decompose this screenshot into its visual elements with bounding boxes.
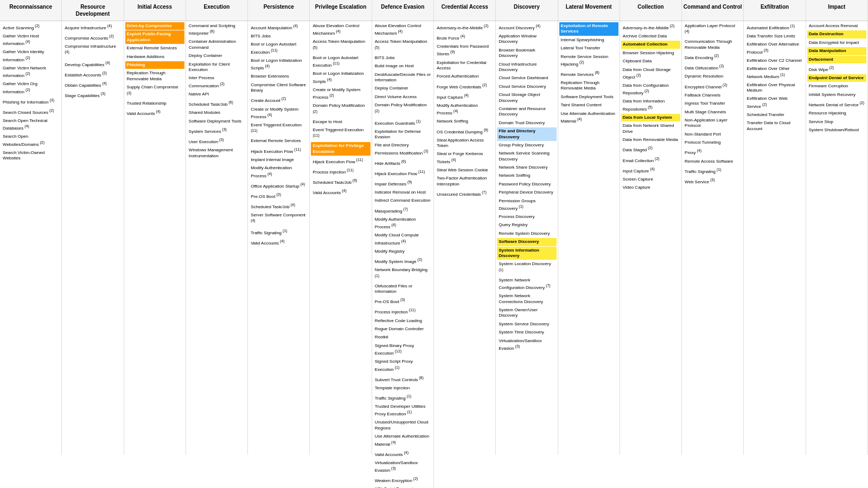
technique-item[interactable]: Communication Through Removable Media xyxy=(683,38,742,52)
technique-item[interactable]: Data Destruction xyxy=(807,30,866,38)
technique-item[interactable]: Remote Service Session Hijacking (2) xyxy=(559,53,618,68)
technique-item[interactable]: Network Service Scanning Discovery xyxy=(497,150,556,163)
technique-item[interactable]: Indicator Removal on Host xyxy=(373,189,432,196)
technique-item[interactable]: Windows Management Instrumentation xyxy=(187,146,246,160)
technique-item[interactable]: Create Account (2) xyxy=(249,95,308,105)
technique-item[interactable]: Access Token Manipulation (5) xyxy=(373,38,432,53)
technique-item[interactable]: Data from Local System xyxy=(621,114,680,121)
technique-item[interactable]: Scheduled Task/Job (6) xyxy=(187,99,246,108)
technique-item[interactable]: Multi Stage Channels xyxy=(683,108,742,116)
technique-item[interactable]: Application Layer Protocol (4) xyxy=(683,22,742,37)
technique-item[interactable]: Signed Script Proxy Execution (1) xyxy=(373,358,432,373)
technique-item[interactable]: Obtain Capabilities (4) xyxy=(63,80,122,89)
technique-item[interactable]: Browser Extensions xyxy=(249,73,308,80)
technique-item[interactable]: BITS Jobs xyxy=(249,33,308,40)
technique-item[interactable]: Data Obfuscation (2) xyxy=(683,62,742,72)
technique-item[interactable]: Traffic Signaling (1) xyxy=(683,166,742,176)
technique-item[interactable]: Transfer Data to Cloud Account xyxy=(745,119,804,133)
technique-item[interactable]: Network Sniffing xyxy=(497,172,556,179)
technique-item[interactable]: Deploy Container xyxy=(187,52,246,60)
technique-item[interactable]: External Remote Services xyxy=(125,44,184,52)
technique-item[interactable]: Template Injection xyxy=(373,384,432,392)
technique-item[interactable]: Search Victim-Owned Websites xyxy=(1,149,60,163)
technique-item[interactable]: Credentials from Password Stores (9) xyxy=(435,43,494,58)
technique-item[interactable]: Data Encoding (2) xyxy=(683,52,742,62)
technique-item[interactable]: Data from Network Shared Drive xyxy=(621,122,680,136)
technique-item[interactable]: Exfiltration Over Alternative Protocol (… xyxy=(745,41,804,56)
technique-item[interactable]: Automated Collection xyxy=(621,41,680,48)
technique-item[interactable]: Service Stop xyxy=(807,118,866,126)
technique-item[interactable]: Access Token Manipulation (5) xyxy=(311,38,370,53)
technique-item[interactable]: Weaken Encryption (2) xyxy=(373,475,432,485)
technique-item[interactable]: Direct Volume Access xyxy=(373,93,432,101)
technique-item[interactable]: Query Registry xyxy=(497,221,556,229)
technique-item[interactable]: Disk Wipe (2) xyxy=(807,64,866,74)
technique-item[interactable]: Proxy (4) xyxy=(683,147,742,157)
technique-item[interactable]: Valid Accounts (4) xyxy=(249,237,308,247)
technique-item[interactable]: Obfuscated Files or Information xyxy=(373,282,432,296)
technique-item[interactable]: Replication Through Removable Media xyxy=(125,69,184,83)
technique-item[interactable]: Implant Internal Image xyxy=(249,156,308,164)
technique-item[interactable]: System Location Discovery (1) xyxy=(497,260,556,275)
technique-item[interactable]: Adversary-in-the-Middle (2) xyxy=(621,22,680,32)
technique-item[interactable]: Lateral Tool Transfer xyxy=(559,44,618,52)
technique-item[interactable]: System Network Configuration Discovery (… xyxy=(497,277,556,292)
technique-item[interactable]: Exfiltration Over Web Service (2) xyxy=(745,95,804,110)
technique-item[interactable]: Native API xyxy=(187,91,246,98)
technique-item[interactable]: System Network Connections Discovery xyxy=(497,292,556,306)
technique-item[interactable]: Shared Modules xyxy=(187,109,246,117)
technique-item[interactable]: Domain Trust Discovery xyxy=(497,119,556,127)
technique-item[interactable]: Process Discovery xyxy=(497,213,556,221)
technique-item[interactable]: Unsecured Credentials (7) xyxy=(435,189,494,198)
technique-item[interactable]: Boot or Logon Autostart Execution (11) xyxy=(249,41,308,56)
technique-item[interactable]: Gather Victim Identity Information (2) xyxy=(1,48,60,63)
technique-item[interactable]: Pre-OS Boot (3) xyxy=(249,191,308,201)
technique-item[interactable]: Archive Collected Data xyxy=(621,33,680,40)
technique-item[interactable]: Process Injection (11) xyxy=(311,166,370,176)
technique-item[interactable]: Cloud Storage Object Discovery xyxy=(497,91,556,105)
technique-item[interactable]: Hijack Execution Flow (11) xyxy=(311,156,370,166)
technique-item[interactable]: Hide Artifacts (6) xyxy=(373,158,432,168)
technique-item[interactable]: Adversary-in-the-Middle (2) xyxy=(435,22,494,32)
technique-item[interactable]: File and Directory Permissions Modificat… xyxy=(373,142,432,157)
technique-item[interactable]: Supply Chain Compromise (3) xyxy=(125,84,184,99)
technique-item[interactable]: Dynamic Resolution xyxy=(683,73,742,80)
technique-item[interactable]: Use Alternate Authentication Material (4… xyxy=(373,433,432,448)
technique-item[interactable]: Internal Spearphishing xyxy=(559,36,618,44)
technique-item[interactable]: Execution Guardrails (1) xyxy=(373,118,432,127)
technique-item[interactable]: Steal or Forge Kerberos Tickets (4) xyxy=(435,150,494,165)
technique-item[interactable]: Gather Victim Org Information (2) xyxy=(1,80,60,95)
technique-item[interactable]: Browser Session Hijacking xyxy=(621,49,680,57)
technique-item[interactable]: Indirect Command Execution xyxy=(373,197,432,204)
technique-item[interactable]: Boot or Logon Initialization Scripts (4) xyxy=(249,57,308,72)
technique-item[interactable]: Remote Access Software xyxy=(683,158,742,165)
technique-item[interactable]: Account Access Removal xyxy=(807,22,866,30)
technique-item[interactable]: System Service Discovery xyxy=(497,320,556,328)
technique-item[interactable]: OS Credential Dumping (9) xyxy=(435,126,494,136)
technique-item[interactable]: Modify Authentication Process (4) xyxy=(435,102,494,117)
technique-item[interactable]: Peripheral Device Discovery xyxy=(497,189,556,196)
technique-item[interactable]: Compromise Infrastructure (4) xyxy=(63,43,122,58)
technique-item[interactable]: Command and Scripting Interpreter (8) xyxy=(187,22,246,37)
technique-item[interactable]: Group Policy Discovery xyxy=(497,142,556,149)
technique-item[interactable]: Traffic Signaling (1) xyxy=(373,393,432,402)
technique-item[interactable]: Scheduled Task/Job (4) xyxy=(249,201,308,211)
technique-item[interactable]: Network Sniffing xyxy=(435,118,494,125)
technique-item[interactable]: Impair Defenses (9) xyxy=(373,178,432,188)
technique-item[interactable]: Modify Authentication Process (4) xyxy=(249,164,308,179)
technique-item[interactable]: Trusted Developer Utilities Proxy Execut… xyxy=(373,403,432,418)
technique-item[interactable]: Data from Information Repositories (5) xyxy=(621,98,680,113)
technique-item[interactable]: Modify Authentication Process (4) xyxy=(373,216,432,231)
technique-item[interactable]: Pre-OS Boot (3) xyxy=(373,296,432,306)
technique-item[interactable]: Create or Modify System Process (4) xyxy=(249,106,308,121)
technique-item[interactable]: Event Triggered Execution (11) xyxy=(249,121,308,137)
technique-item[interactable]: Exploitation for Credential Access xyxy=(435,59,494,73)
technique-item[interactable]: Valid Accounts (4) xyxy=(125,108,184,118)
technique-item[interactable]: Develop Capabilities (4) xyxy=(63,59,122,69)
technique-item[interactable]: Create or Modify System Process (2) xyxy=(311,86,370,101)
technique-item[interactable]: Inhibit System Recovery xyxy=(807,91,866,99)
technique-item[interactable]: Unused/Unsupported Cloud Regions xyxy=(373,419,432,432)
technique-item[interactable]: Resource Hijacking xyxy=(807,110,866,117)
technique-item[interactable]: Brute Force (4) xyxy=(435,33,494,42)
technique-item[interactable]: Process Injection (11) xyxy=(373,306,432,316)
